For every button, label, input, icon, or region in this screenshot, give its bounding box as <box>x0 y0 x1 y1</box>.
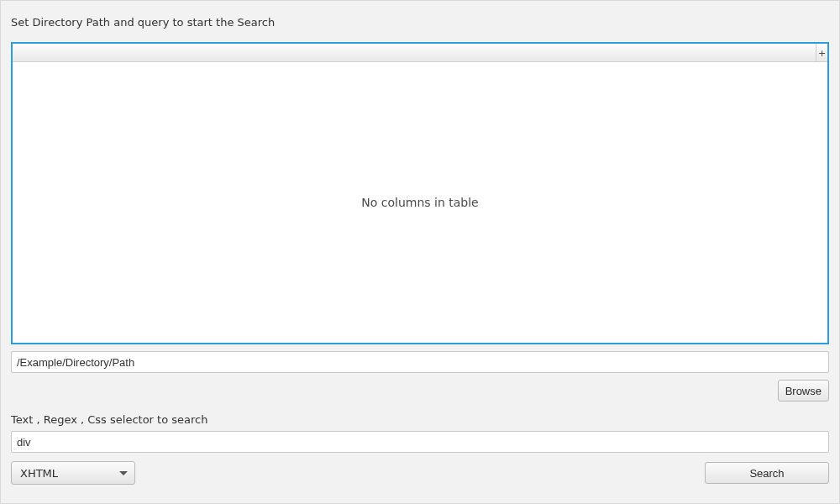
search-tool-window: Set Directory Path and query to start th… <box>0 0 840 504</box>
search-query-input[interactable] <box>11 431 829 453</box>
table-body: No columns in table <box>13 62 827 343</box>
content-pane: Set Directory Path and query to start th… <box>11 11 829 493</box>
query-field-label: Text , Regex , Css selector to search <box>11 413 829 426</box>
table-empty-message: No columns in table <box>361 196 478 209</box>
mode-select[interactable]: XHTML <box>11 461 135 485</box>
mode-select-value: XHTML <box>20 467 119 480</box>
add-column-icon[interactable]: + <box>816 44 827 62</box>
table-header: + <box>13 44 827 62</box>
browse-button[interactable]: Browse <box>778 380 829 402</box>
results-table[interactable]: + No columns in table <box>11 42 829 344</box>
chevron-down-icon <box>119 471 128 475</box>
search-button[interactable]: Search <box>705 462 829 484</box>
directory-path-input[interactable] <box>11 351 829 373</box>
page-title: Set Directory Path and query to start th… <box>11 16 829 29</box>
